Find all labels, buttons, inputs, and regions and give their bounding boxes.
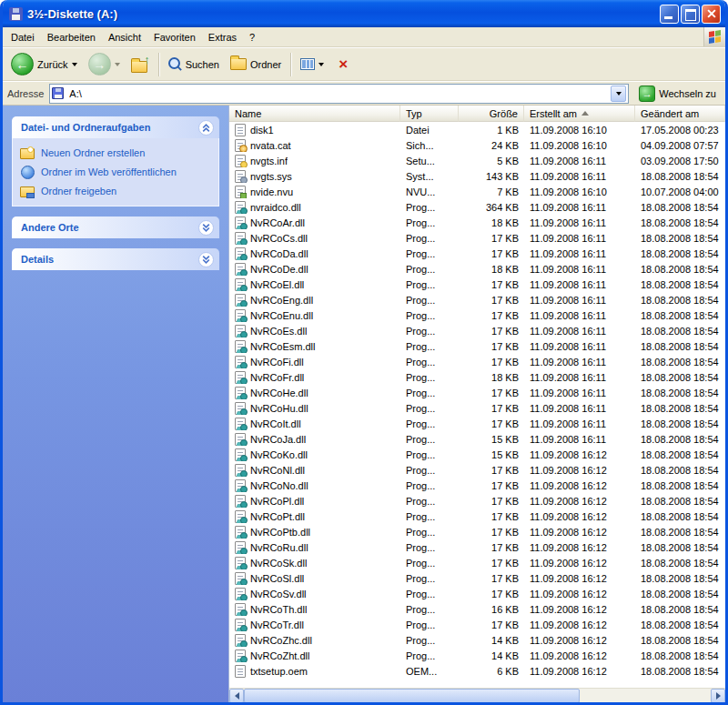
scrollbar-thumb[interactable] bbox=[244, 689, 580, 702]
table-row[interactable]: NvRCoTh.dllProg...16 KB11.09.2008 16:121… bbox=[229, 601, 725, 617]
menu-item-4[interactable]: Extras bbox=[202, 29, 243, 45]
table-row[interactable]: nvata.catSich...24 KB11.09.2008 16:1004.… bbox=[229, 137, 725, 153]
table-row[interactable]: NvRCoFi.dllProg...17 KB11.09.2008 16:111… bbox=[229, 354, 725, 369]
table-row[interactable]: NvRCoNo.dllProg...17 KB11.09.2008 16:121… bbox=[229, 478, 725, 493]
menu-bar: DateiBearbeitenAnsichtFavoritenExtras? bbox=[3, 27, 725, 47]
file-name: NvRCoKo.dll bbox=[250, 449, 308, 460]
table-row[interactable]: NvRCoTr.dllProg...17 KB11.09.2008 16:121… bbox=[229, 617, 725, 632]
file-modified: 18.08.2008 18:54 bbox=[635, 496, 725, 507]
table-row[interactable]: disk1Datei1 KB11.09.2008 16:1017.05.2008… bbox=[229, 122, 725, 137]
table-row[interactable]: NvRCoJa.dllProg...15 KB11.09.2008 16:111… bbox=[229, 431, 725, 447]
file-type: Prog... bbox=[400, 589, 459, 599]
table-row[interactable]: nvgts.infSetu...5 KB11.09.2008 16:1103.0… bbox=[229, 153, 725, 168]
table-row[interactable]: NvRCoEs.dllProg...17 KB11.09.2008 16:111… bbox=[229, 323, 725, 338]
file-type: Prog... bbox=[400, 542, 459, 553]
minimize-button[interactable] bbox=[660, 5, 679, 24]
menu-item-3[interactable]: Favoriten bbox=[147, 29, 202, 45]
chevron-down-icon[interactable] bbox=[198, 220, 214, 236]
table-row[interactable]: txtsetup.oemOEM...6 KB11.09.2008 16:1218… bbox=[229, 663, 725, 679]
table-row[interactable]: NvRCoRu.dllProg...17 KB11.09.2008 16:121… bbox=[229, 539, 725, 555]
menu-item-2[interactable]: Ansicht bbox=[102, 29, 147, 45]
panel-header-0[interactable]: Datei- und Ordneraufgaben bbox=[12, 116, 219, 138]
scroll-right-button[interactable] bbox=[711, 689, 725, 702]
back-dropdown-icon bbox=[72, 63, 77, 66]
file-name-cell: nvide.nvu bbox=[229, 186, 400, 198]
windows-logo bbox=[703, 27, 725, 46]
task-item[interactable]: Neuen Ordner erstellen bbox=[20, 146, 211, 159]
table-row[interactable]: NvRCoFr.dllProg...18 KB11.09.2008 16:111… bbox=[229, 369, 725, 385]
views-button[interactable] bbox=[296, 55, 329, 73]
file-type: Prog... bbox=[400, 372, 459, 383]
window-title: 3½-Diskette (A:) bbox=[27, 7, 658, 21]
chevron-up-icon[interactable] bbox=[198, 120, 214, 136]
task-item[interactable]: Ordner im Web veröffentlichen bbox=[20, 166, 211, 178]
table-row[interactable]: NvRCoSl.dllProg...17 KB11.09.2008 16:121… bbox=[229, 570, 725, 586]
folders-button[interactable]: Ordner bbox=[226, 55, 286, 73]
up-button[interactable]: ↑ bbox=[126, 54, 154, 76]
menu-item-5[interactable]: ? bbox=[243, 29, 261, 45]
table-row[interactable]: nvraidco.dllProg...364 KB11.09.2008 16:1… bbox=[229, 199, 725, 215]
table-row[interactable]: NvRCoEnu.dllProg...17 KB11.09.2008 16:11… bbox=[229, 307, 725, 323]
scrollbar-track[interactable] bbox=[244, 689, 711, 702]
file-type: Prog... bbox=[400, 527, 459, 538]
table-row[interactable]: NvRCoEl.dllProg...17 KB11.09.2008 16:111… bbox=[229, 277, 725, 292]
search-button[interactable]: Suchen bbox=[164, 55, 224, 74]
panel-header-2[interactable]: Details bbox=[12, 248, 219, 270]
maximize-button[interactable] bbox=[681, 5, 700, 24]
file-name: NvRCoNl.dll bbox=[250, 465, 305, 476]
file-type: Prog... bbox=[400, 449, 459, 460]
table-row[interactable]: NvRCoPl.dllProg...17 KB11.09.2008 16:121… bbox=[229, 493, 725, 509]
address-dropdown-button[interactable] bbox=[611, 86, 626, 102]
chevron-down-icon[interactable] bbox=[198, 252, 214, 267]
table-row[interactable]: NvRCoPtb.dllProg...17 KB11.09.2008 16:12… bbox=[229, 524, 725, 539]
go-button[interactable]: → Wechseln zu bbox=[634, 84, 721, 104]
panel-header-1[interactable]: Andere Orte bbox=[12, 217, 219, 238]
table-row[interactable]: NvRCoEng.dllProg...17 KB11.09.2008 16:11… bbox=[229, 292, 725, 307]
table-row[interactable]: NvRCoKo.dllProg...15 KB11.09.2008 16:121… bbox=[229, 447, 725, 462]
table-row[interactable]: NvRCoDe.dllProg...18 KB11.09.2008 16:111… bbox=[229, 261, 725, 277]
menu-item-1[interactable]: Bearbeiten bbox=[41, 29, 102, 45]
back-button[interactable]: ← Zurück bbox=[6, 50, 82, 78]
file-modified: 18.08.2008 18:54 bbox=[635, 542, 725, 553]
task-item[interactable]: Ordner freigeben bbox=[20, 185, 211, 197]
file-modified: 18.08.2008 18:54 bbox=[635, 372, 725, 383]
table-row[interactable]: NvRCoAr.dllProg...18 KB11.09.2008 16:111… bbox=[229, 215, 725, 230]
table-row[interactable]: NvRCoPt.dllProg...17 KB11.09.2008 16:121… bbox=[229, 509, 725, 524]
table-row[interactable]: NvRCoSv.dllProg...17 KB11.09.2008 16:121… bbox=[229, 586, 725, 601]
file-name: NvRCoIt.dll bbox=[250, 418, 301, 429]
column-header-1[interactable]: Typ bbox=[400, 106, 459, 122]
table-row[interactable]: NvRCoIt.dllProg...17 KB11.09.2008 16:111… bbox=[229, 416, 725, 431]
horizontal-scrollbar[interactable] bbox=[229, 688, 725, 702]
table-row[interactable]: nvgts.sysSyst...143 KB11.09.2008 16:1118… bbox=[229, 168, 725, 184]
table-row[interactable]: nvide.nvuNVU...7 KB11.09.2008 16:1010.07… bbox=[229, 184, 725, 199]
menu-item-0[interactable]: Datei bbox=[5, 29, 41, 45]
column-header-0[interactable]: Name bbox=[229, 106, 400, 122]
file-type: Prog... bbox=[400, 496, 459, 507]
scroll-left-button[interactable] bbox=[229, 689, 244, 702]
table-row[interactable]: NvRCoSk.dllProg...17 KB11.09.2008 16:121… bbox=[229, 555, 725, 570]
panel-title: Datei- und Ordneraufgaben bbox=[21, 122, 150, 133]
table-row[interactable]: NvRCoHe.dllProg...17 KB11.09.2008 16:111… bbox=[229, 385, 725, 400]
column-header-4[interactable]: Geändert am bbox=[635, 106, 725, 122]
file-created: 11.09.2008 16:12 bbox=[524, 666, 635, 677]
table-row[interactable]: NvRCoZhc.dllProg...14 KB11.09.2008 16:12… bbox=[229, 632, 725, 648]
table-row[interactable]: NvRCoZht.dllProg...14 KB11.09.2008 16:12… bbox=[229, 648, 725, 663]
delete-button[interactable]: × bbox=[330, 54, 356, 75]
file-size: 17 KB bbox=[459, 233, 524, 244]
table-row[interactable]: NvRCoCs.dllProg...17 KB11.09.2008 16:111… bbox=[229, 230, 725, 246]
publish-web-icon bbox=[20, 166, 35, 178]
table-row[interactable]: NvRCoEsm.dllProg...17 KB11.09.2008 16:11… bbox=[229, 338, 725, 354]
column-header-3[interactable]: Erstellt am bbox=[524, 106, 635, 122]
column-headers: NameTypGrößeErstellt amGeändert am bbox=[229, 106, 725, 122]
column-header-2[interactable]: Größe bbox=[459, 106, 524, 122]
column-label: Typ bbox=[406, 108, 422, 119]
file-size: 15 KB bbox=[459, 449, 524, 460]
table-row[interactable]: NvRCoDa.dllProg...17 KB11.09.2008 16:111… bbox=[229, 246, 725, 261]
sidebar: Datei- und OrdneraufgabenNeuen Ordner er… bbox=[3, 106, 228, 702]
table-row[interactable]: NvRCoNl.dllProg...17 KB11.09.2008 16:121… bbox=[229, 462, 725, 478]
address-input[interactable] bbox=[67, 88, 607, 99]
file-modified: 18.08.2008 18:54 bbox=[635, 388, 725, 398]
close-button[interactable] bbox=[702, 5, 721, 24]
table-row[interactable]: NvRCoHu.dllProg...17 KB11.09.2008 16:111… bbox=[229, 400, 725, 416]
forward-button[interactable]: → bbox=[84, 50, 125, 78]
